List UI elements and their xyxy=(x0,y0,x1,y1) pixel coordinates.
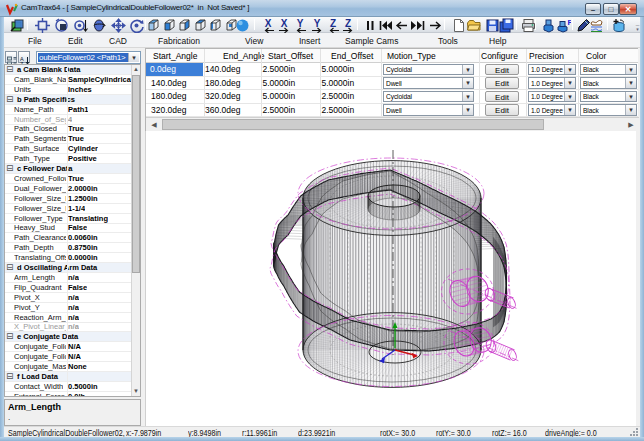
svg-text:Y: Y xyxy=(297,18,304,29)
svg-text:Z: Z xyxy=(330,18,336,29)
svg-text:Y: Y xyxy=(313,18,320,29)
svg-text:X: X xyxy=(264,18,271,29)
svg-text:F: F xyxy=(568,18,572,27)
svg-text:X: X xyxy=(281,18,288,29)
svg-text:Z: Z xyxy=(345,18,351,29)
